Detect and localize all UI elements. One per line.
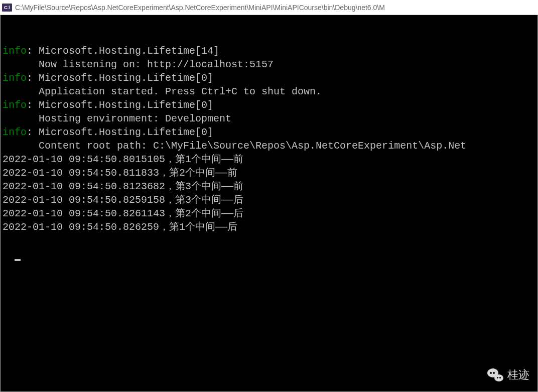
log-text: Application started. Press Ctrl+C to shu… bbox=[3, 86, 322, 97]
log-level-prefix: info bbox=[3, 126, 27, 138]
log-text: 2022-01-10 09:54:50.8261143，第2个中间——后 bbox=[3, 208, 243, 219]
text-cursor bbox=[15, 259, 21, 261]
log-level-prefix: info bbox=[3, 72, 27, 84]
log-text: 2022-01-10 09:54:50.8015105，第1个中间——前 bbox=[3, 154, 243, 165]
console-line: 2022-01-10 09:54:50.8015105，第1个中间——前 bbox=[3, 153, 537, 166]
console-line: Content root path: C:\MyFile\Source\Repo… bbox=[3, 139, 537, 153]
console-app-icon: C:\ bbox=[2, 4, 12, 12]
log-text: Now listening on: http://localhost:5157 bbox=[3, 59, 274, 70]
window-title: C:\MyFile\Source\Repos\Asp.NetCoreExperi… bbox=[15, 4, 385, 12]
console-output[interactable]: info: Microsoft.Hosting.Lifetime[14] Now… bbox=[0, 15, 538, 392]
console-line: 2022-01-10 09:54:50.8123682，第3个中间——前 bbox=[3, 180, 537, 193]
console-line: 2022-01-10 09:54:50.826259，第1个中间——后 bbox=[3, 220, 537, 234]
log-text: Hosting environment: Development bbox=[3, 113, 231, 124]
log-text: Content root path: C:\MyFile\Source\Repo… bbox=[3, 140, 466, 152]
console-line: info: Microsoft.Hosting.Lifetime[0] bbox=[3, 71, 537, 85]
log-text: : Microsoft.Hosting.Lifetime[0] bbox=[27, 72, 213, 84]
console-line: info: Microsoft.Hosting.Lifetime[0] bbox=[3, 125, 537, 139]
log-level-prefix: info bbox=[3, 45, 27, 57]
console-line: 2022-01-10 09:54:50.811833，第2个中间——前 bbox=[3, 166, 537, 180]
console-line: 2022-01-10 09:54:50.8261143，第2个中间——后 bbox=[3, 207, 537, 220]
log-text: : Microsoft.Hosting.Lifetime[0] bbox=[27, 99, 213, 111]
watermark: 桂迹 bbox=[487, 367, 529, 381]
console-line: Application started. Press Ctrl+C to shu… bbox=[3, 85, 537, 98]
window-titlebar[interactable]: C:\ C:\MyFile\Source\Repos\Asp.NetCoreEx… bbox=[0, 0, 538, 15]
log-text: 2022-01-10 09:54:50.811833，第2个中间——前 bbox=[3, 167, 237, 179]
log-text: : Microsoft.Hosting.Lifetime[14] bbox=[27, 45, 219, 57]
console-line: Now listening on: http://localhost:5157 bbox=[3, 58, 537, 71]
log-level-prefix: info bbox=[3, 99, 27, 111]
console-line: info: Microsoft.Hosting.Lifetime[0] bbox=[3, 98, 537, 112]
log-text: 2022-01-10 09:54:50.8259158，第3个中间——后 bbox=[3, 194, 243, 206]
log-text: 2022-01-10 09:54:50.8123682，第3个中间——前 bbox=[3, 181, 243, 192]
log-text: 2022-01-10 09:54:50.826259，第1个中间——后 bbox=[3, 221, 237, 233]
console-line: info: Microsoft.Hosting.Lifetime[14] bbox=[3, 44, 537, 58]
watermark-text: 桂迹 bbox=[507, 368, 529, 381]
wechat-icon bbox=[487, 367, 504, 381]
log-text: : Microsoft.Hosting.Lifetime[0] bbox=[27, 126, 213, 138]
console-line: 2022-01-10 09:54:50.8259158，第3个中间——后 bbox=[3, 193, 537, 207]
console-line: Hosting environment: Development bbox=[3, 112, 537, 125]
